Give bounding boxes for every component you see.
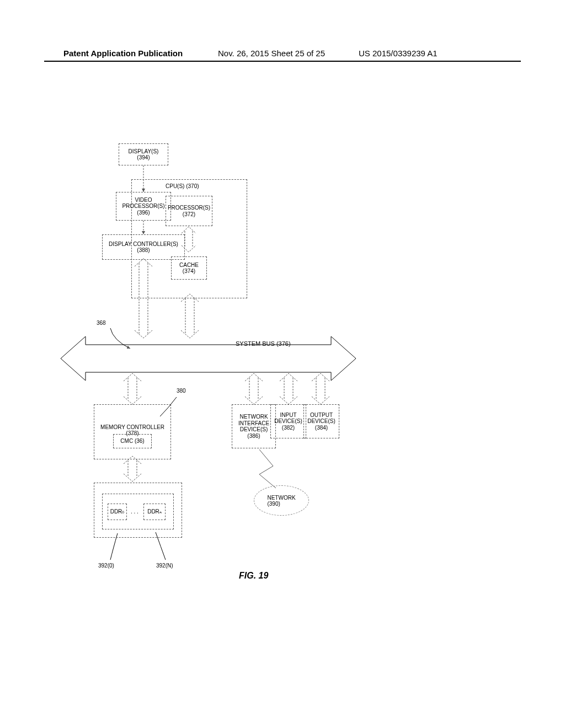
ref-392-0: 392(0) bbox=[98, 563, 114, 569]
input-device-box: INPUT DEVICE(S) (382) bbox=[270, 404, 306, 438]
cmc-box: CMC (36) bbox=[113, 434, 152, 448]
network-interface-box: NETWORK INTERFACE DEVICE(S) (386) bbox=[232, 404, 276, 448]
network-cloud: NETWORK (390) bbox=[254, 485, 309, 516]
display-controller-label: DISPLAY CONTROLLER(S) (388) bbox=[109, 241, 178, 254]
video-processor-label: VIDEO PROCESSOR(S) (396) bbox=[122, 197, 164, 216]
system-bus-label: SYSTEM BUS (376) bbox=[236, 340, 291, 347]
ddr0-label: DDR₀ bbox=[110, 508, 125, 515]
input-device-label: INPUT DEVICE(S) (382) bbox=[274, 412, 302, 431]
ref-368: 368 bbox=[97, 320, 106, 326]
processor-label: PROCESSOR(S) (372) bbox=[168, 205, 210, 217]
cache-label: CACHE (374) bbox=[179, 262, 199, 275]
ddrn-label: DDRₙ bbox=[147, 508, 162, 515]
video-processor-box: VIDEO PROCESSOR(S) (396) bbox=[116, 192, 171, 221]
display-box: DISPLAY(S) (394) bbox=[119, 143, 168, 165]
pub-number: US 2015/0339239 A1 bbox=[359, 49, 438, 58]
output-device-box: OUTPUT DEVICE(S) (384) bbox=[303, 404, 339, 438]
ref-392-n: 392(N) bbox=[156, 563, 173, 569]
processor-box: PROCESSOR(S) (372) bbox=[166, 196, 212, 226]
date-sheet-label: Nov. 26, 2015 Sheet 25 of 25 bbox=[218, 49, 325, 58]
cache-box: CACHE (374) bbox=[171, 256, 207, 280]
ref-380: 380 bbox=[177, 388, 186, 394]
diagram-canvas: 368 DISPLAY(S) (394) VIDEO PROCESSOR(S) … bbox=[0, 91, 565, 687]
pub-label: Patent Application Publication bbox=[63, 49, 183, 58]
ddr-dots: . . . bbox=[131, 508, 138, 515]
diagram-connectors bbox=[0, 91, 565, 687]
figure-label: FIG. 19 bbox=[239, 571, 268, 581]
display-label: DISPLAY(S) (394) bbox=[129, 148, 159, 161]
page-header: Patent Application Publication Nov. 26, … bbox=[0, 49, 565, 61]
cmc-label: CMC (36) bbox=[120, 438, 144, 445]
output-device-label: OUTPUT DEVICE(S) (384) bbox=[307, 412, 335, 431]
cpu-container-label: CPU(S) (370) bbox=[166, 183, 199, 189]
network-interface-label: NETWORK INTERFACE DEVICE(S) (386) bbox=[238, 414, 269, 439]
network-label: NETWORK (390) bbox=[267, 495, 295, 507]
header-rule bbox=[44, 61, 521, 62]
memory-controller-box: MEMORY CONTROLLER (378) bbox=[94, 404, 171, 459]
ddrn-box: DDRₙ bbox=[143, 504, 166, 520]
ddr0-box: DDR₀ bbox=[108, 504, 127, 520]
